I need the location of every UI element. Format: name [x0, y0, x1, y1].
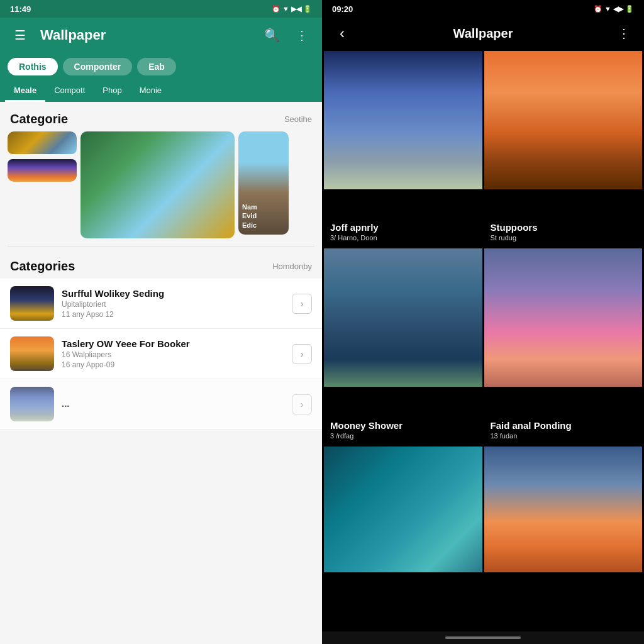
cat-count-2: 16 any Appo-09 — [62, 360, 284, 369]
cat-thumb-2 — [10, 336, 54, 371]
right-app-title: Wallpaper — [352, 26, 614, 41]
overlay-text: Nam Evid Edic — [242, 203, 285, 230]
more-icon: ⋮ — [296, 28, 308, 43]
sub-tab-meale[interactable]: Meale — [5, 80, 45, 102]
left-status-bar: 11:49 ⏰ ▼ ▶◀ 🔋 — [0, 0, 322, 18]
cat-count-1: 11 any Apso 12 — [62, 310, 284, 319]
menu-button[interactable]: ☰ — [10, 25, 30, 45]
section2-header: Categories Homdonby — [0, 249, 322, 279]
thumb-london-top — [8, 131, 77, 154]
wallpaper-info-1: Joff apnrly 3/ Harno, Doon — [324, 209, 482, 247]
right-more-icon: ⋮ — [618, 26, 630, 41]
right-battery-icon: 🔋 — [625, 5, 634, 13]
wallpaper-subtitle-3: 3 /rdfag — [330, 432, 476, 440]
cat-subtitle-1: Upitaliptoriert — [62, 300, 284, 309]
more-button[interactable]: ⋮ — [292, 25, 312, 45]
cat-subtitle-2: 16 Walpliapers — [62, 350, 284, 359]
section2-title: Categories — [10, 259, 75, 274]
search-icon: 🔍 — [264, 28, 280, 43]
right-status-icons: ⏰ ▼ ◀▶ 🔋 — [594, 5, 634, 13]
section1-title: Categorie — [10, 112, 68, 126]
wifi-icon: ▼ — [282, 5, 289, 13]
wallpaper-card-1[interactable]: Joff apnrly 3/ Harno, Doon — [324, 51, 482, 247]
left-time: 11:49 — [10, 4, 31, 14]
right-panel: 09:20 ⏰ ▼ ◀▶ 🔋 ‹ Wallpaper ⋮ Joff apnrly… — [322, 0, 644, 644]
wallpaper-img-2 — [484, 51, 643, 189]
cat-thumb-3 — [10, 387, 54, 421]
wallpaper-subtitle-2: St rudug — [491, 234, 636, 242]
signal-icon: ▶◀ — [291, 5, 301, 13]
right-time: 09:20 — [332, 4, 353, 14]
cat-info-2: Taslery OW Yeee For Booker 16 Walpliaper… — [62, 338, 284, 369]
wallpaper-title-1: Joff apnrly — [330, 222, 476, 233]
left-panel: 11:49 ⏰ ▼ ▶◀ 🔋 ☰ Wallpaper 🔍 ⋮ Rothis Co… — [0, 0, 322, 644]
cat-thumb-1 — [10, 286, 54, 321]
thumb-partial[interactable]: Nam Evid Edic — [238, 131, 289, 235]
left-status-icons: ⏰ ▼ ▶◀ 🔋 — [272, 5, 312, 13]
category-item-1[interactable]: Surfful Wolikey Seding Upitaliptoriert 1… — [0, 279, 322, 329]
right-status-bar: 09:20 ⏰ ▼ ◀▶ 🔋 — [322, 0, 644, 18]
sub-tab-compott[interactable]: Compott — [45, 80, 94, 102]
right-bottom-bar — [322, 631, 644, 644]
wallpaper-card-3[interactable]: Mooney Shower 3 /rdfag — [324, 248, 482, 444]
sub-tab-monie[interactable]: Monie — [131, 80, 170, 102]
filter-tab-rothis[interactable]: Rothis — [8, 58, 58, 75]
image-grid-row: Nam Evid Edic — [0, 131, 322, 238]
right-more-button[interactable]: ⋮ — [614, 23, 634, 43]
cat-title-3: ... — [62, 398, 284, 409]
wallpaper-info-2: Stuppoors St rudug — [484, 209, 643, 247]
section1-header: Categorie Seotihe — [0, 102, 322, 131]
category-item-3[interactable]: ... › — [0, 379, 322, 430]
thumb-bigben[interactable] — [80, 131, 235, 238]
section1-link[interactable]: Seotihe — [284, 114, 312, 124]
right-header: ‹ Wallpaper ⋮ — [322, 18, 644, 49]
category-item-2[interactable]: Taslery OW Yeee For Booker 16 Walpliaper… — [0, 329, 322, 379]
wallpaper-title-2: Stuppoors — [491, 222, 636, 233]
right-wifi-icon: ▼ — [604, 5, 611, 13]
sub-tabs: Meale Compott Phop Monie — [0, 80, 322, 102]
divider1 — [8, 246, 314, 247]
cat-arrow-1[interactable]: › — [292, 294, 312, 314]
wallpaper-img-3 — [324, 248, 482, 387]
search-button[interactable]: 🔍 — [262, 25, 282, 45]
cat-title-1: Surfful Wolikey Seding — [62, 288, 284, 299]
wallpaper-title-3: Mooney Shower — [330, 420, 476, 431]
wallpaper-img-1 — [324, 51, 482, 189]
hamburger-icon: ☰ — [14, 28, 26, 43]
cat-arrow-3[interactable]: › — [292, 394, 312, 414]
left-header: ☰ Wallpaper 🔍 ⋮ — [0, 18, 322, 53]
wallpaper-img-6 — [484, 447, 643, 572]
section2-link[interactable]: Homdonby — [272, 262, 312, 271]
right-signal-icon: ◀▶ — [613, 5, 623, 13]
wallpaper-info-4: Faid anal Ponding 13 fudan — [484, 408, 643, 445]
wallpaper-img-5 — [324, 447, 482, 572]
wallpaper-grid: Joff apnrly 3/ Harno, Doon Stuppoors St … — [322, 49, 644, 631]
filter-tab-componter[interactable]: Componter — [63, 58, 133, 75]
filter-tab-eab[interactable]: Eab — [137, 58, 176, 75]
wallpaper-card-6[interactable] — [484, 447, 643, 630]
filter-tabs: Rothis Componter Eab — [0, 53, 322, 80]
cat-title-2: Taslery OW Yeee For Booker — [62, 338, 284, 349]
right-alarm-icon: ⏰ — [594, 5, 602, 13]
left-app-title: Wallpaper — [40, 27, 252, 43]
wallpaper-card-2[interactable]: Stuppoors St rudug — [484, 51, 643, 247]
thumb-small-left[interactable] — [8, 131, 77, 182]
back-icon: ‹ — [340, 25, 345, 42]
home-indicator — [445, 636, 521, 639]
wallpaper-card-5[interactable] — [324, 447, 482, 630]
wallpaper-card-4[interactable]: Faid anal Ponding 13 fudan — [484, 248, 643, 444]
back-button[interactable]: ‹ — [332, 23, 352, 43]
wallpaper-subtitle-1: 3/ Harno, Doon — [330, 234, 476, 242]
wallpaper-title-4: Faid anal Ponding — [491, 420, 636, 431]
wallpaper-info-3: Mooney Shower 3 /rdfag — [324, 408, 482, 445]
wallpaper-subtitle-4: 13 fudan — [491, 432, 636, 440]
cat-info-1: Surfful Wolikey Seding Upitaliptoriert 1… — [62, 288, 284, 319]
thumb-sunset-bottom — [8, 159, 77, 182]
battery-icon: 🔋 — [303, 5, 312, 13]
cat-arrow-2[interactable]: › — [292, 344, 312, 364]
left-content: Categorie Seotihe Nam Evid Edic — [0, 102, 322, 644]
sub-tab-phop[interactable]: Phop — [94, 80, 130, 102]
wallpaper-img-4 — [484, 248, 643, 387]
cat-info-3: ... — [62, 398, 284, 410]
alarm-icon: ⏰ — [272, 5, 280, 13]
